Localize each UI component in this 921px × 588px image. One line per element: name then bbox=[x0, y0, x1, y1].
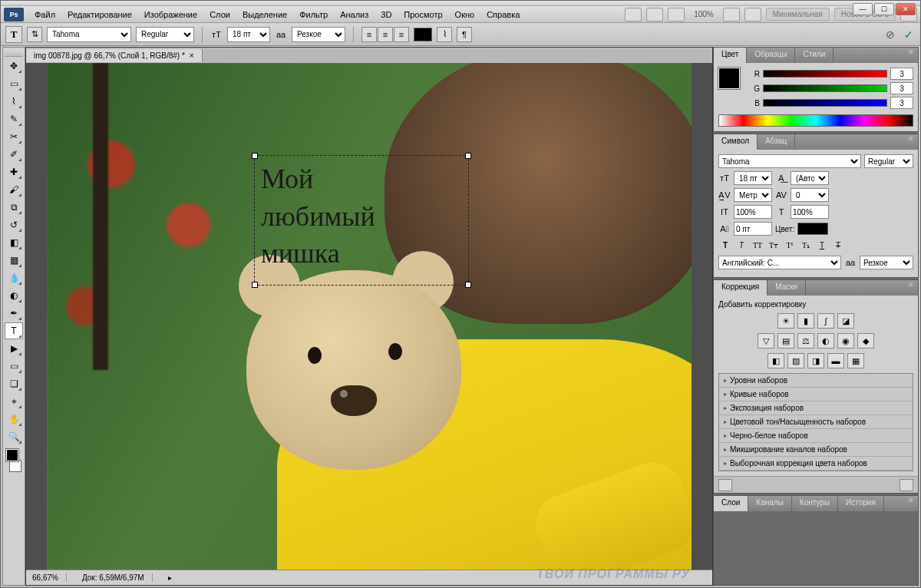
font-family-select[interactable]: Tahoma bbox=[47, 27, 131, 42]
char-font-select[interactable]: Tahoma bbox=[718, 154, 861, 168]
canvas[interactable]: Мой любимый мишка bbox=[47, 63, 692, 570]
menu-filter[interactable]: Фильтр bbox=[293, 8, 334, 21]
color-preview-swatch[interactable] bbox=[718, 68, 740, 89]
char-size-input[interactable]: 18 пт bbox=[734, 171, 772, 185]
color-balance-icon[interactable]: ⚖ bbox=[797, 333, 814, 349]
slider-b[interactable] bbox=[763, 99, 887, 107]
zoom-tool[interactable]: 🔍 bbox=[5, 428, 23, 445]
tab-character[interactable]: Символ bbox=[714, 134, 758, 150]
value-g[interactable] bbox=[890, 82, 913, 94]
threshold-icon[interactable]: ◨ bbox=[807, 353, 824, 368]
preset-item[interactable]: Экспозиция наборов bbox=[719, 401, 913, 415]
history-brush-tool[interactable]: ↺ bbox=[5, 216, 23, 233]
menu-window[interactable]: Окно bbox=[449, 8, 481, 21]
cancel-edit-icon[interactable]: ⊘ bbox=[883, 28, 897, 41]
quick-select-tool[interactable]: ✎ bbox=[5, 111, 23, 127]
tab-color[interactable]: Цвет bbox=[714, 48, 747, 63]
faux-italic-button[interactable]: T bbox=[734, 239, 748, 251]
align-left-icon[interactable]: ≡ bbox=[361, 27, 377, 42]
eyedropper-tool[interactable]: ✐ bbox=[5, 146, 23, 163]
selective-color-icon[interactable]: ▦ bbox=[847, 353, 864, 368]
char-hscale-input[interactable] bbox=[791, 205, 829, 219]
commit-edit-icon[interactable]: ✓ bbox=[902, 28, 916, 41]
trash-icon[interactable] bbox=[900, 479, 913, 491]
tab-channels[interactable]: Каналы bbox=[748, 496, 792, 511]
menu-edit[interactable]: Редактирование bbox=[61, 8, 138, 21]
strikethrough-button[interactable]: T bbox=[831, 239, 845, 251]
allcaps-button[interactable]: TT bbox=[751, 239, 764, 251]
menu-image[interactable]: Изображение bbox=[138, 8, 203, 21]
font-size-select[interactable]: 18 пт bbox=[227, 27, 270, 42]
window-close-button[interactable]: ✕ bbox=[896, 3, 916, 15]
blur-tool[interactable]: 💧 bbox=[5, 269, 23, 286]
char-antialias-select[interactable]: Резкое bbox=[860, 256, 913, 269]
dodge-tool[interactable]: ◐ bbox=[5, 287, 23, 304]
move-tool[interactable]: ✥ bbox=[5, 58, 23, 74]
menu-help[interactable]: Справка bbox=[480, 8, 526, 21]
char-vscale-input[interactable] bbox=[734, 205, 772, 219]
view-extras-icon[interactable] bbox=[668, 8, 685, 21]
panel-menu-icon[interactable]: ≡ bbox=[904, 134, 918, 150]
brush-tool[interactable]: 🖌 bbox=[5, 181, 23, 198]
screen-mode-icon[interactable] bbox=[744, 8, 761, 21]
hue-sat-icon[interactable]: ▤ bbox=[777, 333, 794, 349]
gradient-tool[interactable]: ▦ bbox=[5, 252, 23, 269]
char-style-select[interactable]: Regular bbox=[864, 154, 913, 168]
eraser-tool[interactable]: ◧ bbox=[5, 234, 23, 251]
text-orientation-icon[interactable]: ⇅ bbox=[27, 27, 42, 42]
zoom-readout[interactable]: 100% bbox=[689, 8, 718, 20]
faux-bold-button[interactable]: T bbox=[718, 239, 732, 251]
layers-body[interactable] bbox=[714, 511, 918, 585]
tab-masks[interactable]: Маски bbox=[768, 280, 806, 296]
preset-item[interactable]: Черно-белое наборов bbox=[719, 429, 913, 443]
preset-item[interactable]: Микширование каналов наборов bbox=[719, 443, 913, 457]
character-panel-toggle-icon[interactable]: ¶ bbox=[457, 27, 472, 42]
subscript-button[interactable]: T₁ bbox=[799, 239, 813, 251]
curves-icon[interactable]: ∫ bbox=[817, 313, 834, 329]
tab-swatches[interactable]: Образцы bbox=[747, 48, 795, 63]
window-minimize-button[interactable]: — bbox=[853, 3, 873, 15]
arrange-docs-icon[interactable] bbox=[723, 8, 740, 21]
minibridge-icon[interactable] bbox=[646, 8, 663, 21]
preset-item[interactable]: Кривые наборов bbox=[719, 388, 913, 401]
document-tab[interactable]: img 00878.jpg @ 66,7% (Слой 1, RGB/8#) *… bbox=[26, 49, 203, 62]
background-swatch[interactable] bbox=[9, 460, 21, 472]
value-r[interactable] bbox=[890, 68, 913, 80]
window-maximize-button[interactable]: ☐ bbox=[874, 3, 894, 15]
char-baseline-input[interactable] bbox=[734, 222, 772, 236]
char-kerning-input[interactable]: Метричес bbox=[734, 188, 772, 202]
color-spectrum[interactable] bbox=[718, 114, 913, 127]
tab-history[interactable]: История bbox=[838, 496, 884, 511]
superscript-button[interactable]: T¹ bbox=[783, 239, 797, 251]
path-select-tool[interactable]: ▶ bbox=[5, 340, 23, 357]
menu-layer[interactable]: Слои bbox=[203, 8, 236, 21]
slider-g[interactable] bbox=[763, 84, 887, 92]
smallcaps-button[interactable]: Tᴛ bbox=[767, 239, 781, 251]
menu-view[interactable]: Просмотр bbox=[398, 8, 448, 21]
invert-icon[interactable]: ◧ bbox=[768, 353, 784, 368]
menu-analysis[interactable]: Анализ bbox=[334, 8, 375, 21]
char-color-swatch[interactable] bbox=[797, 223, 828, 235]
status-doc-size[interactable]: Док: 6,59M/6,97M bbox=[82, 573, 153, 582]
exposure-icon[interactable]: ◪ bbox=[837, 313, 854, 329]
vibrance-icon[interactable]: ▽ bbox=[758, 333, 774, 349]
menu-3d[interactable]: 3D bbox=[375, 8, 398, 21]
warp-text-icon[interactable]: ⌇ bbox=[437, 27, 452, 42]
crop-tool[interactable]: ✂ bbox=[5, 128, 23, 145]
menu-select[interactable]: Выделение bbox=[236, 8, 293, 21]
bridge-icon[interactable] bbox=[625, 8, 642, 21]
3d-tool[interactable]: ❏ bbox=[5, 375, 23, 392]
stamp-tool[interactable]: ⧉ bbox=[5, 199, 23, 216]
foreground-swatch[interactable] bbox=[6, 449, 18, 461]
brightness-icon[interactable]: ☀ bbox=[777, 313, 794, 329]
type-tool[interactable]: T bbox=[5, 322, 23, 339]
char-tracking-input[interactable]: 0 bbox=[791, 188, 829, 202]
value-b[interactable] bbox=[890, 97, 913, 109]
text-bounding-box[interactable]: Мой любимый мишка bbox=[254, 155, 469, 286]
panel-menu-icon[interactable]: ≡ bbox=[904, 496, 918, 511]
healing-tool[interactable]: ✚ bbox=[5, 164, 23, 180]
preset-item[interactable]: Выборочная коррекция цвета наборов bbox=[719, 457, 913, 471]
align-center-icon[interactable]: ≡ bbox=[378, 27, 393, 42]
underline-button[interactable]: T bbox=[815, 239, 829, 251]
tab-paths[interactable]: Контуры bbox=[792, 496, 838, 511]
